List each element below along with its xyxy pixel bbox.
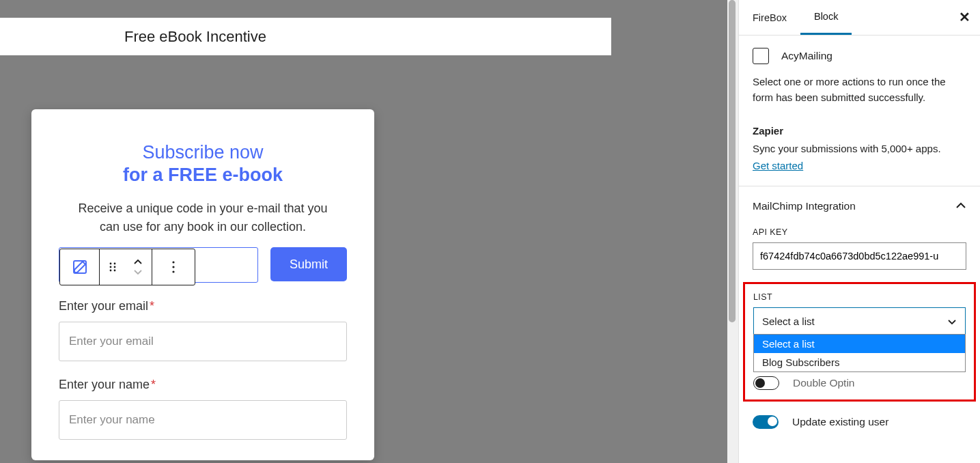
acymailing-checkbox[interactable]	[753, 48, 769, 64]
tab-block[interactable]: Block	[800, 0, 852, 35]
svg-point-1	[110, 263, 112, 265]
popup-description-line1: Receive a unique code in your e-mail tha…	[59, 199, 347, 218]
main-scrollbar[interactable]	[727, 0, 738, 463]
close-sidebar-icon[interactable]: ✕	[959, 10, 970, 24]
api-key-input[interactable]	[753, 242, 966, 270]
zapier-description: Sync your submissions with 5,000+ apps.	[739, 139, 980, 158]
api-key-label: API KEY	[739, 226, 980, 242]
editor-canvas: Free eBook Incentive Subscribe now for a…	[0, 0, 727, 463]
edit-block-icon[interactable]	[71, 258, 89, 276]
chevron-up-icon	[955, 200, 966, 212]
update-existing-user-toggle[interactable]	[753, 415, 779, 429]
list-option-select[interactable]: Select a list	[754, 335, 965, 353]
move-up-icon[interactable]	[129, 257, 147, 267]
svg-point-6	[114, 270, 116, 272]
page-title: Free eBook Incentive	[124, 28, 266, 46]
svg-point-8	[172, 266, 174, 268]
actions-help-text: Select one or more actions to run once t…	[739, 71, 980, 115]
update-existing-user-label: Update existing user	[792, 416, 888, 428]
svg-point-7	[172, 261, 174, 263]
scrollbar-thumb[interactable]	[729, 0, 736, 322]
popup-heading-line1: Subscribe now	[59, 142, 347, 163]
email-field-label: Enter your email*	[59, 299, 347, 313]
chevron-down-icon	[947, 315, 957, 327]
svg-point-9	[172, 270, 174, 272]
tab-firebox[interactable]: FireBox	[739, 0, 800, 35]
mailchimp-accordion-header[interactable]: MailChimp Integration	[739, 186, 980, 226]
list-setting-highlight: LIST Select a list Select a list Blog Su…	[743, 282, 976, 402]
drag-handle-icon[interactable]	[104, 258, 122, 276]
submit-button[interactable]: Submit	[270, 247, 347, 281]
required-asterisk: *	[151, 378, 156, 391]
name-field-label: Enter your name*	[59, 378, 347, 392]
double-optin-label: Double Optin	[793, 377, 854, 389]
email-field[interactable]	[59, 322, 347, 361]
name-field[interactable]	[59, 400, 347, 440]
popup-heading-line2: for a FREE e-book	[59, 165, 347, 186]
popup-description-line2: can use for any book in our collection.	[59, 218, 347, 236]
zapier-title: Zapier	[739, 115, 980, 139]
list-label: LIST	[753, 291, 966, 307]
page-title-bar: Free eBook Incentive	[0, 18, 611, 55]
list-select[interactable]: Select a list	[753, 307, 966, 335]
list-dropdown: Select a list Blog Subscribers	[753, 334, 966, 372]
required-asterisk: *	[150, 299, 154, 313]
double-optin-toggle[interactable]	[753, 376, 779, 390]
more-options-icon[interactable]	[165, 258, 182, 276]
svg-point-3	[110, 266, 112, 268]
list-option-blog-subscribers[interactable]: Blog Subscribers	[754, 353, 965, 371]
svg-point-2	[114, 263, 116, 265]
acymailing-label: AcyMailing	[781, 50, 832, 62]
zapier-get-started-link[interactable]: Get started	[753, 160, 803, 171]
svg-point-4	[114, 266, 116, 268]
svg-point-5	[110, 270, 112, 272]
block-toolbar	[59, 249, 195, 285]
move-down-icon[interactable]	[129, 267, 147, 277]
settings-sidebar: FireBox Block ✕ AcyMailing Select one or…	[738, 0, 980, 463]
